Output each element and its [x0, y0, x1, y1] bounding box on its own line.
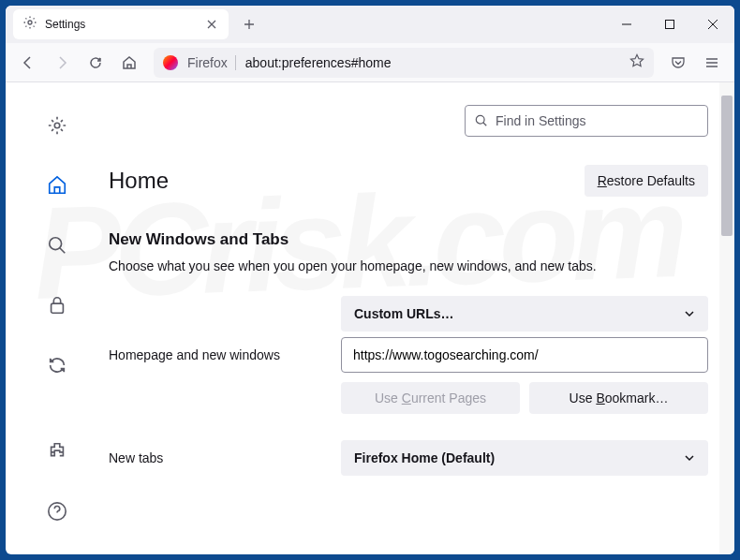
section-desc: Choose what you see when you open your h… — [109, 258, 708, 273]
section-title: New Windows and Tabs — [109, 230, 708, 249]
search-icon — [475, 114, 488, 127]
svg-point-2 — [54, 123, 60, 128]
newtabs-select[interactable]: Firefox Home (Default) — [341, 440, 708, 476]
window-controls — [605, 6, 734, 43]
sidebar-item-sync[interactable] — [38, 348, 76, 382]
home-button[interactable] — [114, 48, 144, 78]
sidebar-item-privacy[interactable] — [38, 288, 76, 322]
sidebar-item-general[interactable] — [38, 109, 76, 142]
close-tab-icon[interactable] — [204, 17, 219, 32]
app-menu-icon[interactable] — [697, 48, 727, 78]
scrollbar[interactable] — [719, 82, 734, 554]
maximize-button[interactable] — [648, 6, 691, 43]
use-current-pages-button[interactable]: Use Current Pages — [341, 382, 520, 414]
new-tab-button[interactable] — [236, 11, 262, 37]
url-text: about:preferences#home — [245, 55, 620, 70]
browser-tab[interactable]: Settings — [13, 9, 229, 39]
use-bookmark-button[interactable]: Use Bookmark… — [529, 382, 708, 414]
sidebar-item-extensions[interactable] — [38, 435, 76, 468]
settings-search-input[interactable] — [496, 113, 698, 128]
page-title: Home — [109, 168, 169, 194]
chevron-down-icon — [684, 308, 695, 319]
reload-button[interactable] — [81, 48, 111, 78]
bookmark-star-icon[interactable] — [629, 53, 644, 72]
url-bar[interactable]: Firefox about:preferences#home — [154, 48, 654, 78]
homepage-mode-select[interactable]: Custom URLs… — [341, 296, 708, 332]
sidebar-item-help[interactable] — [38, 494, 76, 528]
firefox-logo-icon — [163, 55, 178, 70]
svg-rect-1 — [666, 21, 674, 29]
firefox-window: Settings Firefox about:preferences#home — [6, 6, 734, 554]
gear-icon — [22, 15, 37, 34]
settings-search[interactable] — [465, 105, 708, 137]
chevron-down-icon — [684, 452, 695, 464]
content-area: PCrisk.com Home Restore Defaults — [6, 82, 734, 554]
navigation-toolbar: Firefox about:preferences#home — [6, 43, 734, 82]
tab-title: Settings — [45, 18, 197, 31]
sidebar-item-home[interactable] — [38, 169, 76, 202]
select-value: Custom URLs… — [354, 306, 454, 321]
homepage-label: Homepage and new windows — [109, 347, 341, 362]
forward-button[interactable] — [47, 48, 77, 78]
homepage-url-input[interactable] — [341, 337, 708, 373]
select-value: Firefox Home (Default) — [354, 450, 495, 465]
sidebar-item-search[interactable] — [38, 228, 76, 262]
scrollbar-thumb[interactable] — [721, 96, 733, 236]
url-identity: Firefox — [187, 55, 236, 70]
close-window-button[interactable] — [691, 6, 734, 43]
svg-rect-4 — [52, 303, 64, 313]
settings-sidebar — [6, 82, 109, 554]
newtabs-label: New tabs — [109, 450, 341, 465]
pocket-icon[interactable] — [663, 48, 693, 78]
minimize-button[interactable] — [605, 6, 648, 43]
svg-point-0 — [28, 21, 32, 24]
svg-point-3 — [50, 238, 62, 250]
titlebar: Settings — [6, 6, 734, 43]
restore-defaults-button[interactable]: Restore Defaults — [585, 165, 708, 197]
settings-main: Home Restore Defaults New Windows and Ta… — [109, 82, 734, 554]
back-button[interactable] — [13, 48, 43, 78]
